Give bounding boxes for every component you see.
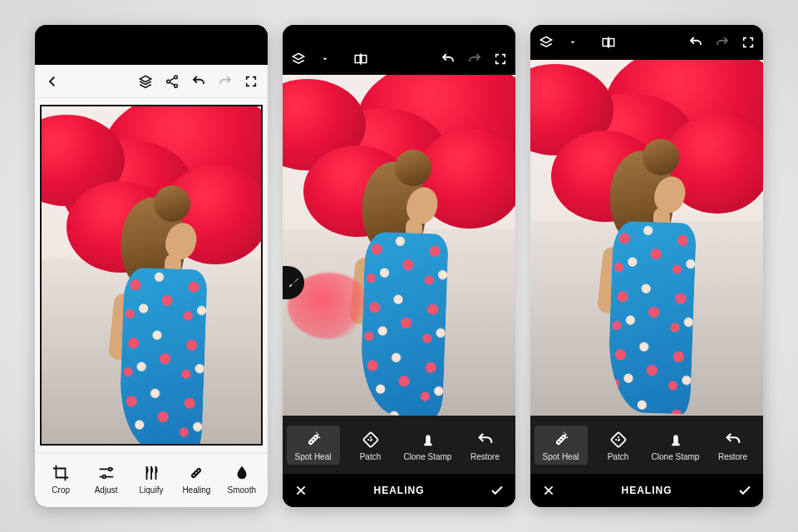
compare-icon[interactable] [352,52,369,66]
svg-point-8 [198,470,200,471]
svg-point-27 [563,431,564,432]
heal-tool-label: Spot Heal [543,452,579,461]
heal-tool-clone[interactable]: Clone Stamp [401,426,455,465]
tool-label: Adjust [95,485,118,495]
share-icon[interactable] [165,74,180,89]
heal-tool-patch[interactable]: Patch [344,426,397,465]
svg-point-26 [566,436,568,438]
undo-icon[interactable] [441,52,456,66]
tool-smooth[interactable]: Smooth [220,464,264,495]
svg-point-2 [175,84,178,87]
heal-tool-label: Restore [718,452,747,461]
healing-tools-row: Spot Heal Patch Clone Stamp Restore [530,416,763,474]
svg-point-13 [313,439,314,441]
svg-point-25 [564,433,566,435]
redo-icon[interactable] [218,74,233,89]
heal-tool-label: Patch [608,452,629,461]
top-toolbar [530,25,763,60]
footer-bar: HEALING [283,474,515,507]
compare-icon[interactable] [600,35,617,50]
heal-tool-clone[interactable]: Clone Stamp [649,426,702,465]
layers-icon[interactable] [138,74,153,89]
tool-label: Crop [52,485,70,495]
editor-canvas[interactable] [283,75,515,416]
redo-icon[interactable] [467,52,482,66]
cancel-button[interactable] [291,484,311,497]
svg-rect-19 [603,39,608,47]
undo-icon[interactable] [688,35,703,50]
svg-point-17 [315,431,316,432]
undo-icon[interactable] [191,74,206,89]
tool-label: Healing [182,485,210,495]
fullscreen-icon[interactable] [244,75,258,88]
heal-tool-spot[interactable]: Spot Heal [534,426,588,465]
phone-screen-1: Crop Adjust Liquify Healing Smooth [35,25,268,507]
top-toolbar [283,43,515,75]
status-bar [283,25,515,43]
status-bar [35,25,268,65]
heal-tool-restore[interactable]: Restore [459,426,512,465]
accept-button[interactable] [487,483,507,498]
tool-label: Smooth [228,485,256,495]
heal-tool-restore[interactable]: Restore [707,426,760,465]
cancel-button[interactable] [539,484,559,497]
heal-tool-patch[interactable]: Patch [592,426,645,465]
svg-point-22 [558,441,559,442]
accept-button[interactable] [735,483,755,498]
phone-screen-2: Spot Heal Patch Clone Stamp Restore HEAL… [283,25,515,507]
redo-icon[interactable] [715,35,730,50]
svg-point-7 [195,472,197,474]
heal-tool-label: Clone Stamp [652,452,700,461]
tool-liquify[interactable]: Liquify [130,464,173,495]
footer-title: HEALING [559,485,735,496]
heal-tool-label: Clone Stamp [404,452,452,461]
heal-tool-label: Patch [360,452,382,461]
healing-tools-row: Spot Heal Patch Clone Stamp Restore [283,416,515,474]
layers-icon[interactable] [539,35,554,50]
footer-bar: HEALING [530,474,763,507]
heal-tool-label: Restore [470,452,500,461]
chevron-down-icon[interactable] [569,38,577,47]
svg-point-15 [317,433,318,435]
edited-image [283,75,515,416]
layers-icon[interactable] [291,52,306,66]
svg-point-1 [167,80,170,83]
svg-point-24 [562,436,564,438]
bottom-tool-row: Crop Adjust Liquify Healing Smooth [35,452,268,507]
svg-point-4 [102,475,106,479]
heal-tool-spot[interactable]: Spot Heal [287,426,340,465]
tool-label: Liquify [140,485,164,495]
svg-point-14 [314,436,316,438]
fullscreen-icon[interactable] [494,52,507,66]
back-button[interactable] [45,74,60,89]
svg-point-3 [108,468,111,471]
editor-canvas[interactable] [35,98,268,452]
footer-title: HEALING [311,485,487,496]
phone-screen-3: Spot Heal Patch Clone Stamp Restore HEAL… [530,25,763,507]
chevron-down-icon[interactable] [321,55,329,63]
tool-adjust[interactable]: Adjust [85,464,128,495]
svg-point-0 [175,75,178,78]
svg-rect-10 [362,56,367,63]
svg-point-23 [560,439,562,441]
edited-image [530,60,763,416]
edited-image [42,106,261,444]
svg-point-16 [318,436,320,438]
tool-crop[interactable]: Crop [39,464,82,495]
svg-point-12 [310,441,312,442]
top-toolbar [35,65,268,98]
svg-rect-9 [355,56,360,63]
tool-healing[interactable]: Healing [175,464,218,495]
svg-point-6 [194,475,195,476]
editor-canvas[interactable] [530,60,763,416]
fullscreen-icon[interactable] [741,36,755,49]
heal-tool-label: Spot Heal [295,452,332,461]
svg-rect-20 [609,39,614,47]
